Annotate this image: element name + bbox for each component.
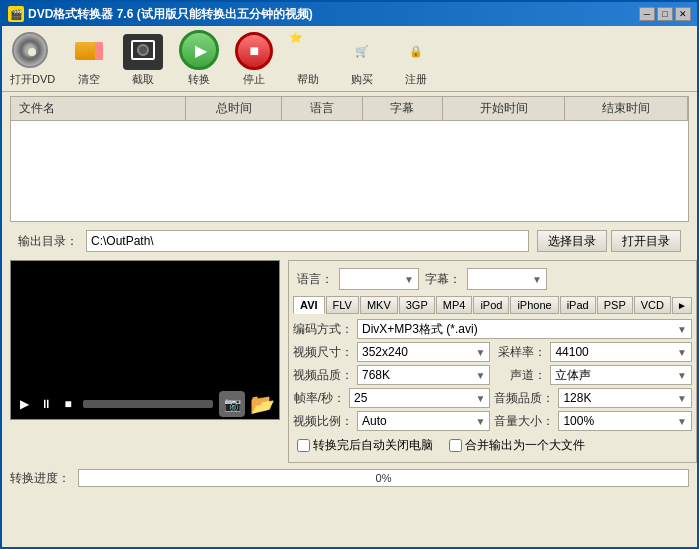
maximize-button[interactable]: □ — [657, 7, 673, 21]
shutdown-checkbox-label[interactable]: 转换完后自动关闭电脑 — [297, 437, 433, 454]
language-combo[interactable]: ▼ — [339, 268, 419, 290]
lang-label: 语言： — [297, 271, 333, 288]
toolbar-stop[interactable]: 停止 — [235, 32, 273, 87]
play-button[interactable]: ▶ — [15, 395, 33, 413]
audio-channel-combo[interactable]: 立体声 ▼ — [550, 365, 691, 385]
shutdown-checkbox[interactable] — [297, 439, 310, 452]
screenshot-button[interactable]: 📷 — [219, 391, 245, 417]
subtitle-combo[interactable]: ▼ — [467, 268, 547, 290]
clear-icon — [71, 34, 107, 70]
tab-psp[interactable]: PSP — [597, 296, 633, 314]
audio-channel-row: 声道： 立体声 ▼ — [494, 365, 691, 385]
aspect-combo[interactable]: Auto ▼ — [357, 411, 490, 431]
convert-label: 转换 — [188, 72, 210, 87]
audio-channel-value: 立体声 — [555, 367, 591, 384]
tab-vcd[interactable]: VCD — [634, 296, 671, 314]
seek-bar[interactable] — [83, 400, 213, 408]
aspect-arrow-icon: ▼ — [476, 416, 486, 427]
fps-row: 帧率/秒： 25 ▼ — [293, 388, 490, 408]
settings-panel: 语言： ▼ 字幕： ▼ AVI FLV MKV 3GP MP4 iPod — [288, 260, 697, 463]
encoding-row: 编码方式： DivX+MP3格式 (*.avi) ▼ — [293, 319, 692, 339]
close-button[interactable]: ✕ — [675, 7, 691, 21]
lens-shape — [137, 44, 149, 56]
tab-ipod[interactable]: iPod — [473, 296, 509, 314]
tab-mkv[interactable]: MKV — [360, 296, 398, 314]
select-dir-button[interactable]: 选择目录 — [537, 230, 607, 252]
stop-label: 停止 — [243, 72, 265, 87]
col-duration: 总时间 — [186, 97, 282, 120]
tab-avi[interactable]: AVI — [293, 296, 325, 314]
fps-combo[interactable]: 25 ▼ — [349, 388, 490, 408]
stop-sm-button[interactable]: ■ — [59, 395, 77, 413]
toolbar-convert[interactable]: 转换 — [179, 30, 219, 87]
pause-button[interactable]: ⏸ — [37, 395, 55, 413]
lang-arrow-icon: ▼ — [404, 274, 414, 285]
toolbar-register[interactable]: 🔒 注册 — [397, 32, 435, 87]
volume-combo[interactable]: 100% ▼ — [558, 411, 691, 431]
toolbar-open-dvd[interactable]: 打开DVD — [10, 32, 55, 87]
clear-label: 清空 — [78, 72, 100, 87]
sample-rate-row: 采样率： 44100 ▼ — [494, 342, 691, 362]
output-buttons: 选择目录 打开目录 — [537, 230, 681, 252]
video-size-combo[interactable]: 352x240 ▼ — [357, 342, 490, 362]
sample-rate-arrow-icon: ▼ — [677, 347, 687, 358]
output-path-input[interactable] — [86, 230, 529, 252]
tab-ipad[interactable]: iPad — [560, 296, 596, 314]
capture-label: 截取 — [132, 72, 154, 87]
toolbar-buy[interactable]: 🛒 购买 — [343, 32, 381, 87]
video-section: ▶ ⏸ ■ 📷 📂 — [10, 260, 280, 463]
help-label: 帮助 — [297, 72, 319, 87]
toolbar: 打开DVD 清空 截取 转换 停止 ⭐ — [2, 26, 697, 92]
video-size-label: 视频尺寸： — [293, 344, 353, 361]
window-title: DVD格式转换器 7.6 (试用版只能转换出五分钟的视频) — [28, 6, 313, 23]
sample-rate-combo[interactable]: 44100 ▼ — [550, 342, 691, 362]
main-bottom: ▶ ⏸ ■ 📷 📂 语言： ▼ 字幕： — [10, 260, 689, 463]
video-quality-value: 768K — [362, 368, 390, 382]
progress-label: 转换进度： — [10, 470, 70, 487]
fmt-scroll-right[interactable]: ► — [672, 297, 692, 314]
video-size-arrow-icon: ▼ — [476, 347, 486, 358]
video-preview: ▶ ⏸ ■ 📷 📂 — [10, 260, 280, 420]
col-start-time: 开始时间 — [443, 97, 566, 120]
audio-quality-combo[interactable]: 128K ▼ — [558, 388, 691, 408]
video-quality-combo[interactable]: 768K ▼ — [357, 365, 490, 385]
merge-checkbox-label[interactable]: 合并输出为一个大文件 — [449, 437, 585, 454]
main-window: 🎬 DVD格式转换器 7.6 (试用版只能转换出五分钟的视频) ─ □ ✕ 打开… — [0, 0, 699, 549]
toolbar-help[interactable]: ⭐ 帮助 — [289, 32, 327, 87]
encoding-value: DivX+MP3格式 (*.avi) — [362, 321, 478, 338]
video-size-value: 352x240 — [362, 345, 408, 359]
progress-bar: 0% — [78, 469, 689, 487]
tab-mp4[interactable]: MP4 — [436, 296, 473, 314]
open-folder-button[interactable]: 📂 — [249, 391, 275, 417]
star-shape: ⭐ — [289, 32, 327, 70]
settings-grid: 编码方式： DivX+MP3格式 (*.avi) ▼ 视频尺寸： 352x240… — [293, 317, 692, 433]
tab-iphone[interactable]: iPhone — [510, 296, 558, 314]
tab-flv[interactable]: FLV — [326, 296, 359, 314]
progress-percent: 0% — [79, 470, 688, 486]
aspect-label: 视频比例： — [293, 413, 353, 430]
encoding-label: 编码方式： — [293, 321, 353, 338]
aspect-row: 视频比例： Auto ▼ — [293, 411, 490, 431]
sub-label: 字幕： — [425, 271, 461, 288]
video-size-row: 视频尺寸： 352x240 ▼ — [293, 342, 490, 362]
checkboxes-row: 转换完后自动关闭电脑 合并输出为一个大文件 — [293, 433, 692, 458]
encoding-arrow-icon: ▼ — [677, 324, 687, 335]
col-language: 语言 — [282, 97, 362, 120]
output-row: 输出目录： 选择目录 打开目录 — [10, 226, 689, 256]
dvd-icon — [12, 32, 54, 70]
merge-checkbox[interactable] — [449, 439, 462, 452]
disc-shape — [12, 32, 48, 68]
progress-row: 转换进度： 0% — [2, 465, 697, 491]
minimize-button[interactable]: ─ — [639, 7, 655, 21]
encoding-combo[interactable]: DivX+MP3格式 (*.avi) ▼ — [357, 319, 692, 339]
fps-value: 25 — [354, 391, 367, 405]
audio-quality-row: 音频品质： 128K ▼ — [494, 388, 691, 408]
shutdown-label: 转换完后自动关闭电脑 — [313, 437, 433, 454]
open-dir-button[interactable]: 打开目录 — [611, 230, 681, 252]
toolbar-clear[interactable]: 清空 — [71, 34, 107, 87]
player-controls: ▶ ⏸ ■ 📷 📂 — [11, 389, 279, 419]
audio-channel-arrow-icon: ▼ — [677, 370, 687, 381]
toolbar-capture[interactable]: 截取 — [123, 34, 163, 87]
tab-3gp[interactable]: 3GP — [399, 296, 435, 314]
lock-shape: 🔒 — [409, 45, 423, 58]
